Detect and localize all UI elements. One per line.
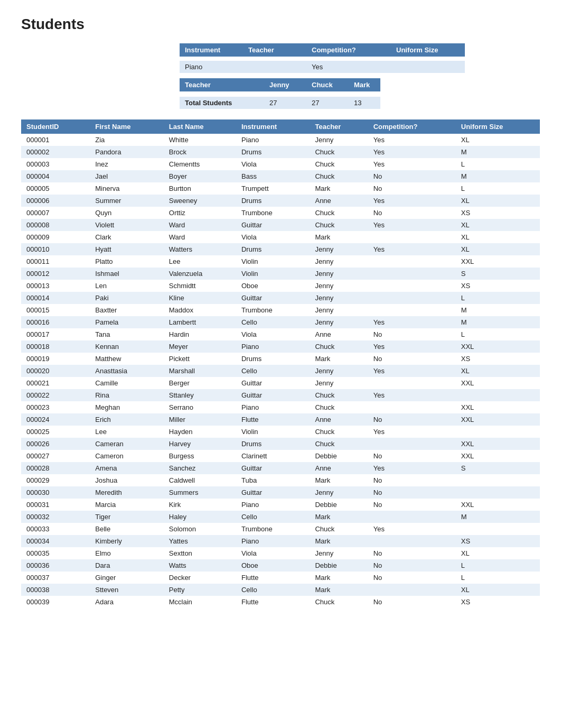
table-cell: 000036 (21, 559, 90, 572)
table-cell: Hyatt (90, 243, 164, 255)
table-cell: Drums (236, 353, 310, 365)
table-header: StudentIDFirst NameLast NameInstrumentTe… (21, 119, 540, 134)
table-row: 000021CamilleBergerGuittarJennyXXL (21, 377, 540, 389)
table-cell: Jenny (310, 304, 368, 316)
table-body: 000001ZiaWhittePianoJennyYesXL000002Pand… (21, 134, 540, 608)
table-cell: Piano (236, 499, 310, 511)
table-row: 000001ZiaWhittePianoJennyYesXL (21, 134, 540, 146)
table-cell: 000033 (21, 523, 90, 535)
table-cell: Summer (90, 195, 164, 207)
table-cell: Yes (368, 523, 456, 535)
table-cell: Piano (236, 134, 310, 146)
filter-value-competition: Yes (306, 61, 391, 73)
table-cell: Burgess (164, 450, 236, 462)
table-cell: Maddox (164, 304, 236, 316)
table-cell: Caldwell (164, 474, 236, 486)
table-cell: Oboe (236, 280, 310, 292)
filter-row: Instrument Teacher Competition? Uniform … (180, 43, 540, 57)
table-cell: M (456, 316, 540, 328)
table-cell: XL (456, 243, 540, 255)
table-cell: 000031 (21, 499, 90, 511)
table-cell: S (456, 462, 540, 474)
filter-value-teacher (243, 61, 306, 73)
table-cell: Anne (310, 195, 368, 207)
table-row: 000034KimberlyYattesPianoMarkXS (21, 535, 540, 547)
col-header-uniform-size: Uniform Size (456, 119, 540, 134)
table-cell: Yes (368, 365, 456, 377)
table-cell: 000022 (21, 389, 90, 401)
table-cell: Kennan (90, 340, 164, 353)
table-cell (368, 304, 456, 316)
table-row: 000003InezClementtsViolaChuckYesL (21, 158, 540, 170)
table-cell: Rina (90, 389, 164, 401)
table-cell: 000027 (21, 450, 90, 462)
table-cell: XS (456, 535, 540, 547)
table-cell: S (456, 268, 540, 280)
table-cell: 000010 (21, 243, 90, 255)
filter-header-instrument: Instrument (180, 43, 243, 57)
table-cell: Yes (368, 158, 456, 170)
table-cell: Debbie (310, 559, 368, 572)
table-cell: Trumbone (236, 207, 310, 219)
table-cell: 000018 (21, 340, 90, 353)
table-cell (368, 401, 456, 413)
table-row: 000028AmenaSanchezGuittarAnneYesS (21, 462, 540, 474)
table-cell: No (368, 474, 456, 486)
table-row: 000038SttevenPettyCelloMarkXL (21, 584, 540, 596)
table-cell: Watts (164, 559, 236, 572)
table-cell: Minerva (90, 182, 164, 195)
col-header-studentid: StudentID (21, 119, 90, 134)
table-cell (456, 426, 540, 438)
table-cell: No (368, 207, 456, 219)
table-cell: XL (456, 195, 540, 207)
table-cell: Miller (164, 413, 236, 426)
table-cell: XXL (456, 499, 540, 511)
table-cell: Viola (236, 328, 310, 340)
table-cell (456, 523, 540, 535)
table-cell: XL (456, 134, 540, 146)
table-cell: Clark (90, 231, 164, 243)
table-cell: Violett (90, 219, 164, 231)
table-cell: Burtton (164, 182, 236, 195)
table-row: 000024ErichMillerFlutteAnneNoXXL (21, 413, 540, 426)
summary-header-chuck: Chuck (306, 78, 349, 91)
table-cell: L (456, 559, 540, 572)
table-cell: Adara (90, 596, 164, 608)
table-cell: 000038 (21, 584, 90, 596)
table-row: 000022RinaSttanleyGuittarChuckYes (21, 389, 540, 401)
table-cell: Len (90, 280, 164, 292)
table-row: 000026CameranHarveyDrumsChuckXXL (21, 438, 540, 450)
table-row: 000002PandoraBrockDrumsChuckYesM (21, 146, 540, 158)
summary-header-jenny: Jenny (264, 78, 306, 91)
table-cell: Serrano (164, 401, 236, 413)
table-row: 000016PamelaLamberttCelloJennyYesM (21, 316, 540, 328)
table-cell: Quyn (90, 207, 164, 219)
top-right: Instrument Teacher Competition? Uniform … (180, 43, 540, 109)
table-cell: 000012 (21, 268, 90, 280)
table-cell: Harvey (164, 438, 236, 450)
table-cell: Tuba (236, 474, 310, 486)
table-cell: Hardin (164, 328, 236, 340)
table-cell: Jenny (310, 243, 368, 255)
table-cell: Clementts (164, 158, 236, 170)
table-cell: Drums (236, 195, 310, 207)
table-cell (368, 438, 456, 450)
table-cell: Piano (236, 340, 310, 353)
table-cell: 000009 (21, 231, 90, 243)
table-cell: Drums (236, 243, 310, 255)
table-cell: No (368, 328, 456, 340)
summary-chuck-count: 27 (306, 97, 349, 109)
table-row: 000037GingerDeckerFlutteMarkNoL (21, 572, 540, 584)
table-cell (456, 486, 540, 499)
table-cell: XL (456, 584, 540, 596)
table-cell: Lee (164, 255, 236, 268)
table-cell: Brock (164, 146, 236, 158)
table-cell: Decker (164, 572, 236, 584)
table-row: 000036DaraWattsOboeDebbieNoL (21, 559, 540, 572)
table-cell: 000029 (21, 474, 90, 486)
table-cell: M (456, 304, 540, 316)
table-cell: Debbie (310, 450, 368, 462)
table-cell: Zia (90, 134, 164, 146)
table-cell: 000035 (21, 547, 90, 559)
table-cell: Cello (236, 511, 310, 523)
